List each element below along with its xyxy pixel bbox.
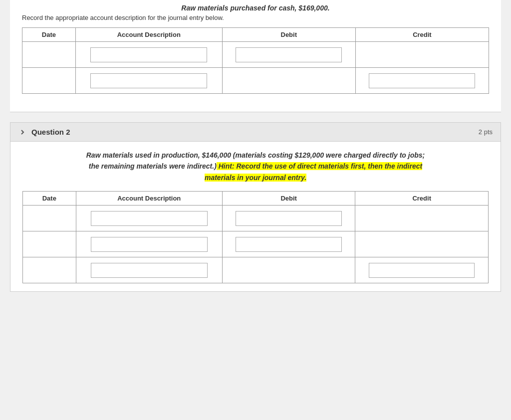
q1-col-account-header: Account Description — [75, 28, 222, 42]
q2-col-debit-header: Debit — [222, 192, 355, 206]
q2-debit-cell-2 — [222, 231, 355, 257]
q2-credit-cell-1 — [355, 206, 489, 231]
q2-account-input-3[interactable] — [91, 263, 208, 278]
q2-col-date-header: Date — [23, 192, 76, 206]
q1-col-debit-header: Debit — [222, 28, 355, 42]
q1-debit-input-1[interactable] — [236, 47, 342, 62]
question-2-body: Raw materials used in production, $146,0… — [10, 142, 501, 291]
q2-body-line2: the remaining materials were indirect.) — [89, 162, 217, 170]
q1-col-credit-header: Credit — [355, 28, 489, 42]
q2-col-account-header: Account Description — [76, 192, 222, 206]
q2-account-input-1[interactable] — [91, 211, 208, 226]
q1-debit-cell-1 — [222, 42, 355, 68]
question-2-block: Question 2 2 pts Raw materials used in p… — [10, 122, 501, 292]
q1-credit-cell-2 — [355, 68, 489, 94]
q2-account-cell-3 — [76, 257, 222, 283]
q2-debit-input-1[interactable] — [236, 211, 341, 226]
q2-hint-text: Hint: Record the use of direct materials… — [217, 162, 422, 170]
q2-account-cell-2 — [76, 231, 222, 257]
q2-debit-cell-1 — [222, 206, 355, 231]
q1-sub-instruction: Record the appropriate account descripti… — [22, 14, 489, 21]
q2-table-row-1 — [23, 206, 489, 231]
q2-credit-input-3[interactable] — [369, 263, 475, 278]
q1-instruction: Raw materials purchased for cash, $169,0… — [22, 4, 489, 12]
question-2-header: Question 2 2 pts — [10, 123, 501, 142]
q2-table-row-3 — [23, 257, 489, 283]
question-2-title: Question 2 — [31, 128, 70, 136]
chevron-right-icon[interactable] — [18, 128, 26, 136]
q2-debit-cell-3 — [222, 257, 355, 283]
q1-date-cell-1 — [22, 42, 76, 68]
q2-col-credit-header: Credit — [355, 192, 489, 206]
q1-date-cell-2 — [22, 68, 76, 94]
q2-journal-table: Date Account Description Debit Credit — [22, 191, 489, 283]
q1-credit-input-2[interactable] — [369, 73, 475, 88]
q2-body-line1: Raw materials used in production, $146,0… — [86, 151, 425, 159]
q1-credit-cell-1 — [355, 42, 489, 68]
q2-body-text: Raw materials used in production, $146,0… — [22, 150, 489, 183]
q2-debit-input-2[interactable] — [236, 237, 341, 252]
q2-credit-cell-3 — [355, 257, 489, 283]
q2-account-input-2[interactable] — [91, 237, 208, 252]
q1-account-input-1[interactable] — [90, 47, 207, 62]
q1-col-date-header: Date — [22, 28, 76, 42]
q1-account-cell-2 — [75, 68, 222, 94]
q2-date-cell-2 — [23, 231, 76, 257]
q1-journal-table: Date Account Description Debit Credit — [22, 27, 489, 94]
question-2-pts: 2 pts — [479, 128, 493, 136]
q1-account-input-2[interactable] — [90, 73, 207, 88]
q1-account-cell-1 — [75, 42, 222, 68]
q2-date-cell-3 — [23, 257, 76, 283]
q2-account-cell-1 — [76, 206, 222, 231]
q2-table-row-2 — [23, 231, 489, 257]
q1-table-row-1 — [22, 42, 489, 68]
q1-table-row-2 — [22, 68, 489, 94]
q1-debit-cell-2 — [222, 68, 355, 94]
q2-date-cell-1 — [23, 206, 76, 231]
q2-credit-cell-2 — [355, 231, 489, 257]
q2-body-line3: materials in your journal entry. — [205, 174, 306, 182]
